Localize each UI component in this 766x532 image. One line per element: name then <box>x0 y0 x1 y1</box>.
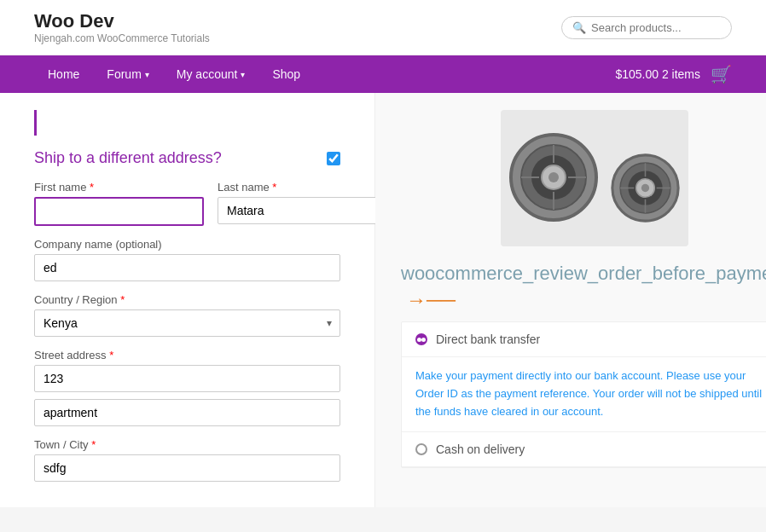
nav-cart-area: $105.00 2 items 🛒 <box>615 64 732 84</box>
country-group: Country / Region * Kenya Uganda Tanzania… <box>34 293 340 337</box>
required-marker: * <box>90 181 94 194</box>
payment-option-bank[interactable]: Direct bank transfer <box>402 322 766 357</box>
required-marker: * <box>91 438 96 451</box>
speaker-group <box>507 130 682 227</box>
country-label: Country / Region * <box>34 293 340 306</box>
street-input[interactable] <box>34 365 340 392</box>
main-content: Ship to a different address? First name … <box>0 93 766 507</box>
radio-bank[interactable] <box>415 333 427 345</box>
country-select-wrap: Kenya Uganda Tanzania ▾ <box>34 309 340 337</box>
bank-transfer-info: Make your payment directly into our bank… <box>402 357 766 431</box>
site-branding: Woo Dev Njengah.com WooCommerce Tutorial… <box>34 10 210 44</box>
payment-option-cod[interactable]: Cash on delivery <box>402 432 766 467</box>
ship-section-title-text: Ship to a different address? <box>34 149 222 167</box>
city-label: Town / City * <box>34 438 340 451</box>
nav-item-home[interactable]: Home <box>34 55 93 93</box>
chevron-down-icon: ▾ <box>241 70 245 79</box>
name-row: First name * Last name * <box>34 181 340 226</box>
search-icon: 🔍 <box>572 21 586 34</box>
speaker-svg-small <box>609 152 682 224</box>
site-title: Woo Dev <box>34 10 210 32</box>
nav-left: Home Forum ▾ My account ▾ Shop <box>34 55 314 93</box>
product-image <box>501 110 688 246</box>
section-divider <box>34 110 340 136</box>
search-input[interactable] <box>591 21 721 34</box>
nav-item-forum[interactable]: Forum ▾ <box>93 55 162 93</box>
form-panel: Ship to a different address? First name … <box>0 93 375 507</box>
svg-point-13 <box>641 183 649 191</box>
payment-bank-label: Direct bank transfer <box>436 332 540 346</box>
company-group: Company name (optional) <box>34 238 340 281</box>
hook-text-area: woocommerce_review_order_before_payment … <box>401 262 766 313</box>
speaker-small <box>609 152 682 227</box>
city-input[interactable] <box>34 454 340 482</box>
first-name-label: First name * <box>34 181 204 194</box>
company-label: Company name (optional) <box>34 238 340 251</box>
last-name-label: Last name * <box>218 181 386 194</box>
apartment-input[interactable] <box>34 399 340 426</box>
required-marker: * <box>120 293 125 306</box>
street-group: Street address * <box>34 349 340 426</box>
speaker-svg-large <box>507 130 601 224</box>
main-nav: Home Forum ▾ My account ▾ Shop $105.00 2… <box>0 55 766 93</box>
required-marker: * <box>272 181 276 194</box>
required-marker: * <box>109 349 113 361</box>
radio-dot-inner <box>417 338 421 342</box>
first-name-group: First name * <box>34 181 204 226</box>
svg-point-4 <box>548 172 559 182</box>
radio-cod[interactable] <box>415 443 427 455</box>
last-name-input[interactable] <box>218 197 386 224</box>
nav-item-myaccount[interactable]: My account ▾ <box>163 55 259 93</box>
cart-icon[interactable]: 🛒 <box>711 64 732 84</box>
payment-cod-label: Cash on delivery <box>436 442 525 456</box>
arrow-right-icon: →── <box>406 288 456 311</box>
chevron-down-icon: ▾ <box>145 70 149 79</box>
hook-text: woocommerce_review_order_before_payment … <box>401 262 766 313</box>
last-name-group: Last name * <box>218 181 386 226</box>
street-label: Street address * <box>34 349 340 361</box>
company-input[interactable] <box>34 254 340 281</box>
city-group: Town / City * <box>34 438 340 482</box>
nav-item-shop[interactable]: Shop <box>258 55 314 93</box>
right-panel: woocommerce_review_order_before_payment … <box>375 93 766 507</box>
first-name-input[interactable] <box>34 197 204 226</box>
site-subtitle: Njengah.com WooCommerce Tutorials <box>34 32 210 44</box>
speaker-large <box>507 130 601 227</box>
site-header: Woo Dev Njengah.com WooCommerce Tutorial… <box>0 0 766 55</box>
search-box[interactable]: 🔍 <box>561 16 732 39</box>
ship-checkbox[interactable] <box>327 152 340 165</box>
country-select[interactable]: Kenya Uganda Tanzania <box>34 309 340 337</box>
payment-section: Direct bank transfer Make your payment d… <box>401 321 766 467</box>
ship-section-header: Ship to a different address? <box>34 149 340 167</box>
product-image-area <box>401 110 766 246</box>
cart-amount: $105.00 2 items <box>615 67 700 81</box>
